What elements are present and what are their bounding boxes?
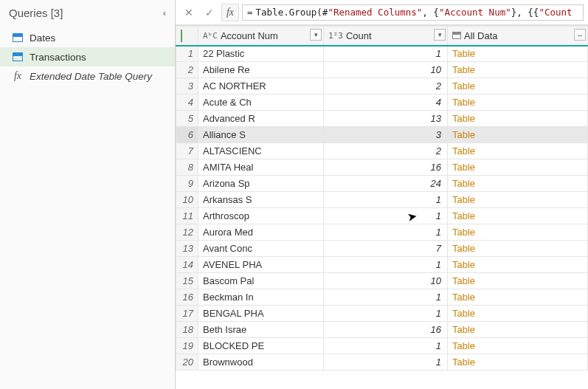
table-row[interactable]: 13Avant Conc7Table — [176, 241, 588, 257]
query-item[interactable]: Transactions — [0, 47, 175, 66]
cell-count[interactable]: 1 — [324, 46, 448, 62]
cell-account-num[interactable]: Avant Conc — [198, 241, 324, 257]
row-number[interactable]: 11 — [176, 208, 198, 224]
filter-dropdown-icon[interactable]: ▾ — [310, 29, 322, 41]
cell-all-data[interactable]: Table — [448, 46, 588, 62]
cell-count[interactable]: 1 — [324, 338, 448, 354]
row-number[interactable]: 16 — [176, 289, 198, 306]
cell-count[interactable]: 1 — [324, 192, 448, 208]
table-row[interactable]: 10Arkansas S1Table — [176, 192, 588, 208]
row-number[interactable]: 2 — [176, 62, 198, 78]
table-row[interactable]: 11Arthroscop1Table — [176, 208, 588, 224]
row-number[interactable]: 4 — [176, 94, 198, 111]
table-row[interactable]: 9Arizona Sp24Table — [176, 176, 588, 192]
cell-account-num[interactable]: Arizona Sp — [198, 176, 324, 192]
cell-account-num[interactable]: Beth Israe — [198, 322, 324, 338]
row-number[interactable]: 3 — [176, 78, 198, 94]
table-row[interactable]: 20Brownwood1Table — [176, 354, 588, 371]
fx-icon[interactable]: fx — [221, 4, 239, 21]
cell-all-data[interactable]: Table — [448, 127, 588, 143]
cell-count[interactable]: 3 — [324, 127, 448, 143]
row-number[interactable]: 15 — [176, 273, 198, 289]
cell-account-num[interactable]: Alliance S — [198, 127, 324, 143]
cell-count[interactable]: 10 — [324, 273, 448, 289]
row-number[interactable]: 19 — [176, 338, 198, 354]
table-row[interactable]: 122 Plastic1Table — [176, 46, 588, 62]
table-row[interactable]: 5Advanced R13Table — [176, 111, 588, 127]
row-number[interactable]: 10 — [176, 192, 198, 208]
cell-all-data[interactable]: Table — [448, 338, 588, 354]
cell-all-data[interactable]: Table — [448, 289, 588, 306]
collapse-icon[interactable]: ‹ — [163, 7, 166, 18]
cell-all-data[interactable]: Table — [448, 241, 588, 257]
cell-all-data[interactable]: Table — [448, 354, 588, 371]
cell-count[interactable]: 13 — [324, 111, 448, 127]
table-row[interactable]: 18Beth Israe16Table — [176, 322, 588, 338]
table-row[interactable]: 14AVENEL PHA1Table — [176, 257, 588, 273]
table-row[interactable]: 6Alliance S3Table — [176, 127, 588, 143]
cell-all-data[interactable]: Table — [448, 143, 588, 159]
table-row[interactable]: 12Aurora Med1Table — [176, 224, 588, 241]
column-header-all-data[interactable]: All Data ↔ — [448, 27, 588, 46]
cell-count[interactable]: 1 — [324, 224, 448, 241]
cell-account-num[interactable]: Abilene Re — [198, 62, 324, 78]
cell-account-num[interactable]: Bascom Pal — [198, 273, 324, 289]
cell-all-data[interactable]: Table — [448, 62, 588, 78]
cell-account-num[interactable]: Beckman In — [198, 289, 324, 306]
cell-count[interactable]: 1 — [324, 354, 448, 371]
cell-account-num[interactable]: AC NORTHER — [198, 78, 324, 94]
row-number[interactable]: 7 — [176, 143, 198, 159]
cell-count[interactable]: 1 — [324, 289, 448, 306]
cell-count[interactable]: 4 — [324, 94, 448, 111]
table-corner[interactable] — [176, 27, 198, 46]
cell-count[interactable]: 10 — [324, 62, 448, 78]
cell-account-num[interactable]: AMITA Heal — [198, 159, 324, 176]
cell-account-num[interactable]: BLOCKED PE — [198, 338, 324, 354]
column-header-count[interactable]: 1²3 Count ▾ — [324, 27, 448, 46]
row-number[interactable]: 20 — [176, 354, 198, 371]
formula-input[interactable]: = Table.Group(#"Renamed Columns", {"Acco… — [242, 4, 584, 21]
cell-all-data[interactable]: Table — [448, 322, 588, 338]
table-row[interactable]: 17BENGAL PHA1Table — [176, 306, 588, 322]
cell-count[interactable]: 16 — [324, 159, 448, 176]
row-number[interactable]: 5 — [176, 111, 198, 127]
table-row[interactable]: 2Abilene Re10Table — [176, 62, 588, 78]
cell-count[interactable]: 7 — [324, 241, 448, 257]
cell-all-data[interactable]: Table — [448, 192, 588, 208]
cell-account-num[interactable]: Aurora Med — [198, 224, 324, 241]
accept-formula-button[interactable]: ✓ — [201, 4, 218, 21]
cell-all-data[interactable]: Table — [448, 306, 588, 322]
cell-all-data[interactable]: Table — [448, 224, 588, 241]
row-number[interactable]: 17 — [176, 306, 198, 322]
table-row[interactable]: 16Beckman In1Table — [176, 289, 588, 306]
row-number[interactable]: 1 — [176, 46, 198, 62]
row-number[interactable]: 9 — [176, 176, 198, 192]
filter-dropdown-icon[interactable]: ▾ — [434, 29, 446, 41]
cell-account-num[interactable]: Arthroscop — [198, 208, 324, 224]
cell-all-data[interactable]: Table — [448, 94, 588, 111]
cell-account-num[interactable]: Advanced R — [198, 111, 324, 127]
row-number[interactable]: 6 — [176, 127, 198, 143]
cell-all-data[interactable]: Table — [448, 78, 588, 94]
row-number[interactable]: 18 — [176, 322, 198, 338]
cell-all-data[interactable]: Table — [448, 273, 588, 289]
table-row[interactable]: 8AMITA Heal16Table — [176, 159, 588, 176]
cell-count[interactable]: 16 — [324, 322, 448, 338]
cell-all-data[interactable]: Table — [448, 176, 588, 192]
cell-count[interactable]: 2 — [324, 143, 448, 159]
cancel-formula-button[interactable]: ✕ — [180, 4, 198, 21]
cell-all-data[interactable]: Table — [448, 208, 588, 224]
cell-account-num[interactable]: Brownwood — [198, 354, 324, 371]
cell-account-num[interactable]: Arkansas S — [198, 192, 324, 208]
table-row[interactable]: 4Acute & Ch4Table — [176, 94, 588, 111]
cell-account-num[interactable]: ALTASCIENC — [198, 143, 324, 159]
row-number[interactable]: 8 — [176, 159, 198, 176]
query-item[interactable]: fxExtended Date Table Query — [0, 66, 175, 86]
cell-count[interactable]: 2 — [324, 78, 448, 94]
table-row[interactable]: 7ALTASCIENC2Table — [176, 143, 588, 159]
query-item[interactable]: Dates — [0, 28, 175, 47]
expand-icon[interactable]: ↔ — [574, 29, 586, 41]
cell-account-num[interactable]: AVENEL PHA — [198, 257, 324, 273]
cell-count[interactable]: 1 — [324, 306, 448, 322]
cell-account-num[interactable]: 22 Plastic — [198, 46, 324, 62]
